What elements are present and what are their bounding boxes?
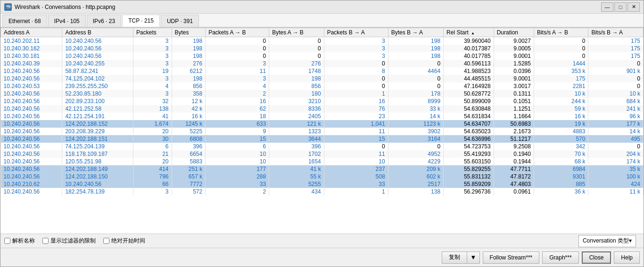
col-bits-ab[interactable]: Bits/s A → B (534, 28, 588, 37)
table-row[interactable]: 10.240.240.5674.125.204.102319831980044.… (1, 75, 644, 82)
table-cell: 74.125.204.139 (62, 143, 133, 150)
table-cell: 2 (206, 188, 269, 195)
table-cell: 209 k (388, 165, 443, 173)
table-cell: 54.636996 (444, 135, 494, 143)
col-bytes-ba[interactable]: Bytes B → A (388, 28, 443, 37)
table-row[interactable]: 10.240.240.5642.121.254.1914116 k1824052… (1, 113, 644, 120)
col-address-a[interactable]: Address A (1, 28, 62, 37)
table-row[interactable]: 10.240.240.5642.121.252.5813842 k6283367… (1, 105, 644, 113)
table-cell: 16 k (172, 113, 206, 120)
table-row[interactable]: 10.240.240.56124.202.188.150796657 k2885… (1, 173, 644, 180)
col-bytes[interactable]: Bytes (172, 28, 206, 37)
col-duration[interactable]: Duration (494, 28, 534, 37)
table-cell: 42.121.252.58 (62, 105, 133, 113)
table-cell: 66 (133, 180, 172, 188)
table-cell: 1123 k (388, 120, 443, 128)
table-row[interactable]: 10.240.240.56124.202.188.149414251 k1774… (1, 165, 644, 173)
help-button[interactable]: Help (614, 251, 640, 264)
table-cell: 138 (133, 105, 172, 113)
checkbox-filter-limit-input[interactable] (42, 238, 49, 244)
table-row[interactable]: 10.240.240.56182.254.78.1393572243411385… (1, 188, 644, 195)
table-cell: 885 (534, 180, 588, 188)
table-cell: 10 k (534, 90, 588, 97)
table-row[interactable]: 10.240.240.5674.125.204.139639663960054.… (1, 143, 644, 150)
checkbox-resolve-names[interactable]: 解析名称 (4, 237, 35, 245)
tab-ipv6[interactable]: IPv6 · 23 (87, 15, 121, 27)
table-cell: 3.0017 (494, 82, 534, 90)
table-row[interactable]: 10.240.240.5652.230.85.18033582180117850… (1, 90, 644, 97)
col-bits-ba[interactable]: Bits/s B → A (588, 28, 644, 37)
table-cell: 55.603150 (444, 158, 494, 165)
tab-udp[interactable]: UDP · 391 (161, 15, 199, 27)
col-bytes-ab[interactable]: Bytes A → B (269, 28, 324, 37)
tab-ipv4[interactable]: IPv4 · 105 (48, 15, 86, 27)
maximize-button[interactable]: □ (614, 2, 627, 12)
col-packets-ba[interactable]: Packets B → A (324, 28, 388, 37)
table-row[interactable]: 10.240.240.56203.208.39.2292052259132311… (1, 128, 644, 135)
checkbox-abs-start-input[interactable] (103, 238, 109, 244)
table-cell: 396 (269, 143, 324, 150)
table-cell: 14 k (588, 128, 644, 135)
table-cell: 1323 (269, 128, 324, 135)
table-row[interactable]: 10.240.240.56120.55.251.9820588310165410… (1, 158, 644, 165)
table-cell: 10 (206, 158, 269, 165)
minimize-button[interactable]: — (601, 2, 613, 12)
table-row[interactable]: 10.240.240.56124.202.188.1521,6741245 k6… (1, 120, 644, 128)
table-row[interactable]: 10.240.240.5658.87.82.241196212111748844… (1, 67, 644, 75)
conversation-type-selector[interactable]: Conversation 类型▾ (578, 235, 636, 247)
table-cell: 1.1664 (494, 113, 534, 120)
table-cell: 138 (388, 188, 443, 195)
checkbox-filter-limit[interactable]: 显示过滤器的限制 (42, 237, 96, 245)
table-row[interactable]: 10.240.240.56202.89.233.1003212 k1632101… (1, 97, 644, 105)
checkbox-abs-start[interactable]: 绝对开始时间 (103, 237, 145, 245)
conversations-table-container[interactable]: Address A Address B Packets Bytes Packet… (0, 28, 644, 234)
table-cell: 10.240.240.56 (62, 37, 133, 45)
table-cell: 124.202.188.151 (62, 135, 133, 143)
table-cell: 54.634707 (444, 120, 494, 128)
table-cell: 5225 (172, 128, 206, 135)
graph-button[interactable]: Graph*** (542, 251, 578, 264)
table-row[interactable]: 10.240.240.56124.202.188.151306808153644… (1, 135, 644, 143)
tab-tcp[interactable]: TCP · 215 (122, 15, 160, 27)
table-row[interactable]: 10.240.30.18110.240.240.56319800319840.0… (1, 52, 644, 60)
table-row[interactable]: 10.240.210.6210.240.240.5666777233525533… (1, 180, 644, 188)
checkbox-resolve-names-input[interactable] (4, 238, 10, 244)
copy-dropdown-button[interactable]: ▼ (467, 251, 479, 264)
table-row[interactable]: 10.240.240.53239.255.255.250485648560047… (1, 82, 644, 90)
close-dialog-button[interactable]: Close (582, 251, 611, 264)
table-cell: 11 k (588, 188, 644, 195)
table-row[interactable]: 10.240.240.3910.240.240.255327632760040.… (1, 60, 644, 67)
table-cell: 55 k (269, 173, 324, 180)
follow-stream-button[interactable]: Follow Stream*** (483, 251, 540, 264)
table-cell: 10 (324, 158, 388, 165)
copy-button[interactable]: 复制 (442, 251, 467, 264)
close-button[interactable]: ✕ (627, 2, 640, 12)
table-cell: 0.1940 (494, 150, 534, 158)
table-cell: 50.628772 (444, 90, 494, 97)
col-packets-ab[interactable]: Packets A → B (206, 28, 269, 37)
col-packets[interactable]: Packets (133, 28, 172, 37)
table-cell: 276 (172, 60, 206, 67)
table-cell: 175 (588, 37, 644, 45)
table-cell: 570 (534, 135, 588, 143)
col-address-b[interactable]: Address B (62, 28, 133, 37)
table-cell: 40.017387 (444, 45, 494, 52)
table-row[interactable]: 10.240.30.16210.240.240.56319800319840.0… (1, 45, 644, 52)
table-cell: 6808 (172, 135, 206, 143)
table-cell: 3644 (269, 135, 324, 143)
table-cell: 47.164928 (444, 82, 494, 90)
table-row[interactable]: 10.240.240.56118.178.109.187216654101702… (1, 150, 644, 158)
table-cell: 198 (172, 37, 206, 45)
col-rel-start[interactable]: Rel Start ▲ (444, 28, 494, 37)
table-cell: 4464 (388, 67, 443, 75)
table-cell: 182.254.78.139 (62, 188, 133, 195)
table-cell: 33 (206, 180, 269, 188)
table-cell: 10.240.240.56 (1, 67, 62, 75)
table-cell: 2405 (269, 113, 324, 120)
table-row[interactable]: 10.240.202.1110.240.240.56319800319839.9… (1, 37, 644, 45)
tab-ethernet[interactable]: Ethernet · 68 (2, 15, 47, 27)
bottom-bar: 复制 ▼ Follow Stream*** Graph*** Close Hel… (0, 248, 644, 267)
table-cell: 396 (172, 143, 206, 150)
table-cell: 239.255.255.250 (62, 82, 133, 90)
table-cell: 21 (133, 150, 172, 158)
